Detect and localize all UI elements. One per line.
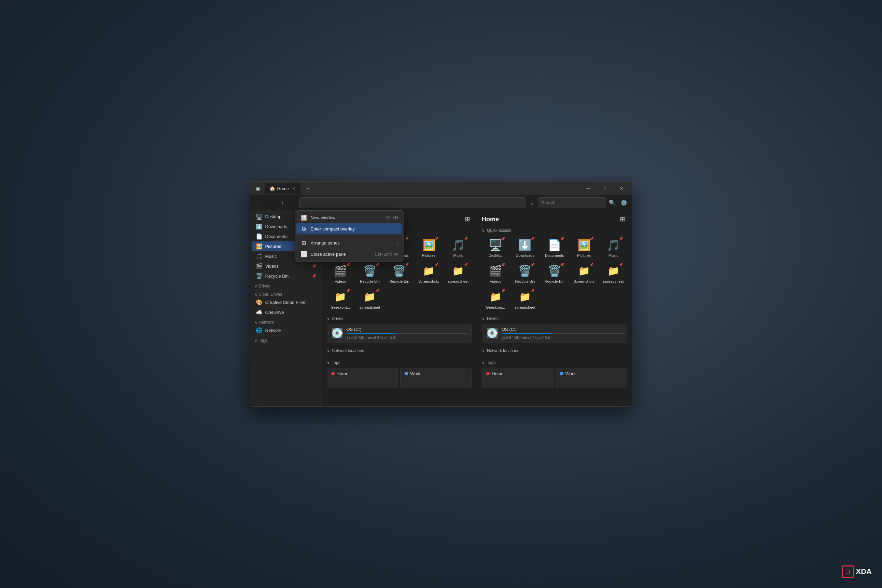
left-qa-videos-label: Videos <box>334 279 346 284</box>
right-tag-home-dots[interactable]: ··· <box>545 371 549 376</box>
recent-button[interactable]: ↓ <box>288 197 298 208</box>
right-drives-header[interactable]: ∨ Drives <box>482 316 627 321</box>
left-drive-c-progress-bar <box>346 333 468 334</box>
menu-item-compact-overlay[interactable]: ⧉ Enter compact overlay <box>296 224 402 234</box>
right-qa-music[interactable]: 🎵 📌 Music <box>600 236 627 260</box>
tab-close-button[interactable]: ✕ <box>291 186 296 191</box>
left-drive-c[interactable]: 💽 OS (C:) 278.87 GB free of 475.54 GB <box>327 324 472 342</box>
left-tag-home[interactable]: Home ··· <box>327 368 399 388</box>
address-dropdown-button[interactable]: ⌄ <box>527 197 537 208</box>
right-panel-title: Home ⊞ <box>482 214 627 224</box>
right-qa-documents-label: Documents <box>545 254 564 258</box>
right-qa-desktop[interactable]: 🖥️ 📌 Desktop <box>482 236 509 260</box>
right-recycle-2-pin: 📌 <box>560 263 564 266</box>
downloads-icon: ⬇️ <box>256 224 262 230</box>
right-qa-downloads-label: Downloads <box>516 254 534 258</box>
left-qa-spreadsheet-1[interactable]: 📁 📌 spreadsheet <box>445 261 472 285</box>
left-music-pin: 📌 <box>464 237 468 240</box>
left-network-chevron: ∨ <box>327 348 330 353</box>
xda-text: XDA <box>856 567 872 576</box>
search-icon-button[interactable]: 🔍 <box>608 198 617 208</box>
right-music-pin: 📌 <box>619 237 623 240</box>
close-button[interactable]: ✕ <box>614 183 629 194</box>
right-drive-c[interactable]: 💽 OS (C:) 278.87 GB free of 475.54 GB <box>482 324 627 342</box>
left-qa-recycle-bin-2[interactable]: 🗑️ 📌 Recycle Bin <box>386 261 413 285</box>
right-tag-work-dot <box>560 372 563 375</box>
menu-item-new-window[interactable]: 🪟 New window Ctrl+N <box>296 212 402 224</box>
left-qa-geekommini[interactable]: 📁 📌 Geeskom... <box>327 288 354 311</box>
right-qa-videos-label: Videos <box>490 279 501 284</box>
desktop-icon: 🖥️ <box>256 213 262 220</box>
pane-toggle-button[interactable]: ▣ <box>253 184 262 193</box>
right-quick-access-header[interactable]: ∨ Quick access <box>482 228 627 233</box>
drives-section-header[interactable]: ∨ Drives <box>250 281 322 289</box>
right-drive-c-progress-bar <box>502 333 623 334</box>
left-tag-home-dots[interactable]: ··· <box>390 371 394 376</box>
menu-item-arrange-panes[interactable]: ⊞ Arrange panes › <box>296 237 402 249</box>
right-qa-pictures[interactable]: 🖼️ 📌 Pictures <box>570 236 597 260</box>
videos-pin: 📌 <box>312 264 316 268</box>
minimize-button[interactable]: — <box>581 183 597 194</box>
network-label: Network <box>259 320 274 325</box>
right-network-dots[interactable]: ··· <box>623 348 627 353</box>
right-qa-screenshots[interactable]: 📁 📌 Screenshots <box>570 261 597 285</box>
right-qa-pictures-label: Pictures <box>577 254 591 258</box>
up-button[interactable]: ↑ <box>278 197 288 208</box>
left-network-section: ∨ Network locations ··· <box>327 348 472 356</box>
sidebar-item-onedrive[interactable]: ☁️ OneDrive <box>252 308 320 317</box>
left-qa-recycle-bin-1[interactable]: 🗑️ 📌 Recycle Bin <box>356 261 384 285</box>
maximize-button[interactable]: □ <box>597 183 613 194</box>
left-drive-c-fill <box>346 333 396 334</box>
arrange-panes-label: Arrange panes <box>311 240 393 246</box>
left-drive-c-name: OS (C:) <box>346 327 468 332</box>
sidebar-item-creative-cloud[interactable]: 🎨 Creative Cloud Files <box>252 297 320 308</box>
sidebar-item-videos[interactable]: 🎬 Videos 📌 <box>252 261 320 271</box>
right-drive-c-space: 278.87 GB free of 475.54 GB <box>502 335 623 339</box>
network-section-header[interactable]: ∧ Network <box>250 317 322 326</box>
back-button[interactable]: ← <box>253 197 264 208</box>
right-network-header[interactable]: ∨ Network locations ··· <box>482 348 627 353</box>
home-tab[interactable]: 🏠 Home ✕ <box>266 183 301 194</box>
right-tag-home-dot <box>486 372 490 375</box>
left-panel-view-toggle[interactable]: ⊞ <box>462 214 472 224</box>
new-tab-button[interactable]: + <box>303 184 313 193</box>
new-window-shortcut: Ctrl+N <box>386 216 398 220</box>
right-tag-work[interactable]: Work ··· <box>555 368 627 388</box>
left-qa-pictures[interactable]: 🖼️ 📌 Pictures <box>415 236 442 260</box>
address-bar[interactable] <box>299 197 525 208</box>
sidebar-item-recycle-bin[interactable]: 🗑️ Recycle Bin 📌 <box>252 271 320 281</box>
forward-button[interactable]: → <box>266 197 277 208</box>
right-tags-section: ∨ Tags Home ··· <box>482 360 627 388</box>
left-qa-screenshots[interactable]: 📁 📌 Screenshots <box>415 261 442 285</box>
sidebar-item-network[interactable]: 🌐 Network <box>252 326 320 335</box>
left-tag-work[interactable]: Work ··· <box>400 368 472 388</box>
right-qa-downloads[interactable]: ⬇️ 📌 Downloads <box>511 236 538 260</box>
right-qa-recycle-bin-2[interactable]: 🗑️ 📌 Recycle Bin <box>541 261 568 285</box>
left-tag-work-dots[interactable]: ··· <box>464 371 468 376</box>
tags-section-header[interactable]: ∨ Tags <box>250 335 322 344</box>
right-tags-header[interactable]: ∨ Tags <box>482 360 627 365</box>
right-tag-work-label: Work <box>566 371 576 376</box>
right-music-icon: 🎵 <box>606 240 620 250</box>
right-qa-videos[interactable]: 🎬 📌 Videos <box>482 261 509 285</box>
right-qa-documents[interactable]: 📄 📌 Documents <box>541 236 568 260</box>
left-network-header[interactable]: ∨ Network locations ··· <box>327 348 472 353</box>
left-qa-videos[interactable]: 🎬 📌 Videos <box>327 261 354 285</box>
left-network-dots[interactable]: ··· <box>468 348 472 353</box>
right-panel-view-toggle[interactable]: ⊞ <box>618 214 627 224</box>
cloud-drives-section-header[interactable]: ∧ Cloud Drives <box>250 289 322 297</box>
left-tags-header[interactable]: ∨ Tags <box>327 360 472 365</box>
search-bar[interactable]: Search <box>538 197 606 208</box>
right-qa-geekommini[interactable]: 📁 📌 Geeskom... <box>482 288 509 311</box>
settings-button[interactable]: ⚙️ <box>618 197 629 208</box>
left-qa-spreadsheet-2[interactable]: 📁 📌 spreadsheet <box>356 288 384 311</box>
left-qa-music[interactable]: 🎵 📌 Music <box>445 236 472 260</box>
menu-item-close-pane[interactable]: ⬜ Close active pane Ctrl+Shift+W <box>296 249 402 260</box>
right-qa-spreadsheet-1[interactable]: 📁 📌 spreadsheet <box>600 261 627 285</box>
right-qa-spreadsheet-2[interactable]: 📁 📌 spreadsheet <box>511 288 538 311</box>
right-tag-home[interactable]: Home ··· <box>482 368 554 388</box>
right-qa-recycle-bin-1[interactable]: 🗑️ 📌 Recycle Bin <box>511 261 538 285</box>
left-drives-header[interactable]: ∨ Drives <box>327 316 472 321</box>
right-qa-recycle-2-wrapper: 🗑️ 📌 <box>546 264 563 278</box>
right-tag-work-dots[interactable]: ··· <box>619 371 623 376</box>
